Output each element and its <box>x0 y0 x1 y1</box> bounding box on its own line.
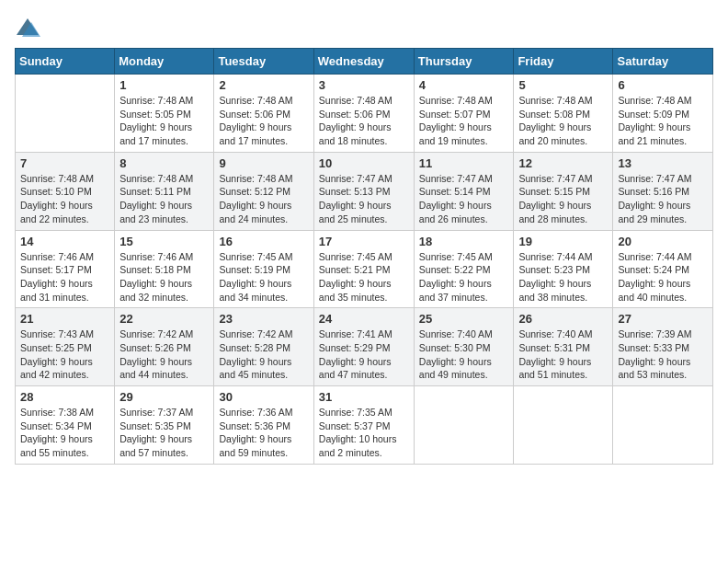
day-info: Sunrise: 7:45 AM Sunset: 5:21 PM Dayligh… <box>319 250 409 304</box>
day-number: 7 <box>20 156 109 170</box>
weekday-header: SundayMondayTuesdayWednesdayThursdayFrid… <box>16 49 713 75</box>
day-number: 18 <box>419 235 509 248</box>
calendar-cell <box>514 386 613 465</box>
day-number: 14 <box>20 235 109 248</box>
day-info: Sunrise: 7:42 AM Sunset: 5:26 PM Dayligh… <box>119 327 209 382</box>
calendar-cell <box>613 386 713 465</box>
calendar-table: SundayMondayTuesdayWednesdayThursdayFrid… <box>15 48 713 465</box>
day-info: Sunrise: 7:43 AM Sunset: 5:25 PM Dayligh… <box>20 327 109 382</box>
day-number: 12 <box>518 156 608 170</box>
day-number: 21 <box>20 312 109 326</box>
calendar-week-row: 21Sunrise: 7:43 AM Sunset: 5:25 PM Dayli… <box>16 308 713 386</box>
calendar-cell: 21Sunrise: 7:43 AM Sunset: 5:25 PM Dayli… <box>16 308 115 386</box>
day-number: 29 <box>119 390 209 404</box>
day-info: Sunrise: 7:48 AM Sunset: 5:07 PM Dayligh… <box>419 94 509 148</box>
calendar-cell: 11Sunrise: 7:47 AM Sunset: 5:14 PM Dayli… <box>414 152 514 230</box>
calendar-cell: 5Sunrise: 7:48 AM Sunset: 5:08 PM Daylig… <box>514 75 613 153</box>
day-number: 11 <box>419 156 509 170</box>
day-info: Sunrise: 7:44 AM Sunset: 5:24 PM Dayligh… <box>618 250 708 304</box>
day-number: 3 <box>319 78 409 92</box>
calendar-cell: 22Sunrise: 7:42 AM Sunset: 5:26 PM Dayli… <box>115 308 214 386</box>
day-info: Sunrise: 7:48 AM Sunset: 5:09 PM Dayligh… <box>618 94 708 148</box>
day-number: 15 <box>119 235 209 248</box>
day-number: 13 <box>618 156 708 170</box>
day-info: Sunrise: 7:45 AM Sunset: 5:22 PM Dayligh… <box>419 250 509 304</box>
day-info: Sunrise: 7:35 AM Sunset: 5:37 PM Dayligh… <box>319 406 409 460</box>
calendar-cell: 6Sunrise: 7:48 AM Sunset: 5:09 PM Daylig… <box>613 75 713 153</box>
day-info: Sunrise: 7:48 AM Sunset: 5:06 PM Dayligh… <box>319 94 409 148</box>
day-info: Sunrise: 7:37 AM Sunset: 5:35 PM Dayligh… <box>119 406 209 460</box>
day-number: 31 <box>319 390 409 404</box>
weekday-cell: Tuesday <box>214 49 313 75</box>
calendar-cell: 29Sunrise: 7:37 AM Sunset: 5:35 PM Dayli… <box>115 386 214 465</box>
day-info: Sunrise: 7:47 AM Sunset: 5:14 PM Dayligh… <box>419 172 509 226</box>
weekday-cell: Sunday <box>16 49 115 75</box>
day-number: 27 <box>618 312 708 326</box>
calendar-week-row: 1Sunrise: 7:48 AM Sunset: 5:05 PM Daylig… <box>16 75 713 153</box>
day-number: 30 <box>219 390 308 404</box>
day-number: 4 <box>419 78 509 92</box>
calendar-week-row: 28Sunrise: 7:38 AM Sunset: 5:34 PM Dayli… <box>16 386 713 465</box>
day-number: 22 <box>119 312 209 326</box>
day-info: Sunrise: 7:45 AM Sunset: 5:19 PM Dayligh… <box>219 250 308 304</box>
day-info: Sunrise: 7:42 AM Sunset: 5:28 PM Dayligh… <box>219 327 308 382</box>
day-number: 8 <box>119 156 209 170</box>
day-info: Sunrise: 7:47 AM Sunset: 5:13 PM Dayligh… <box>319 172 409 226</box>
calendar-cell: 23Sunrise: 7:42 AM Sunset: 5:28 PM Dayli… <box>214 308 313 386</box>
calendar-cell: 9Sunrise: 7:48 AM Sunset: 5:12 PM Daylig… <box>214 152 313 230</box>
calendar-cell: 15Sunrise: 7:46 AM Sunset: 5:18 PM Dayli… <box>115 230 214 308</box>
page-header <box>15 15 713 40</box>
day-number: 6 <box>618 78 708 92</box>
calendar-cell: 26Sunrise: 7:40 AM Sunset: 5:31 PM Dayli… <box>514 308 613 386</box>
calendar-cell: 18Sunrise: 7:45 AM Sunset: 5:22 PM Dayli… <box>414 230 514 308</box>
calendar-cell: 10Sunrise: 7:47 AM Sunset: 5:13 PM Dayli… <box>313 152 414 230</box>
day-info: Sunrise: 7:40 AM Sunset: 5:30 PM Dayligh… <box>419 327 509 382</box>
calendar-cell: 1Sunrise: 7:48 AM Sunset: 5:05 PM Daylig… <box>115 75 214 153</box>
calendar-body: 1Sunrise: 7:48 AM Sunset: 5:05 PM Daylig… <box>16 75 713 465</box>
day-info: Sunrise: 7:46 AM Sunset: 5:18 PM Dayligh… <box>119 250 209 304</box>
weekday-cell: Thursday <box>414 49 514 75</box>
calendar-cell: 17Sunrise: 7:45 AM Sunset: 5:21 PM Dayli… <box>313 230 414 308</box>
calendar-cell: 16Sunrise: 7:45 AM Sunset: 5:19 PM Dayli… <box>214 230 313 308</box>
calendar-cell: 30Sunrise: 7:36 AM Sunset: 5:36 PM Dayli… <box>214 386 313 465</box>
calendar-cell: 14Sunrise: 7:46 AM Sunset: 5:17 PM Dayli… <box>16 230 115 308</box>
day-info: Sunrise: 7:36 AM Sunset: 5:36 PM Dayligh… <box>219 406 308 460</box>
day-number: 19 <box>518 235 608 248</box>
calendar-cell: 28Sunrise: 7:38 AM Sunset: 5:34 PM Dayli… <box>16 386 115 465</box>
day-info: Sunrise: 7:47 AM Sunset: 5:15 PM Dayligh… <box>518 172 608 226</box>
day-info: Sunrise: 7:48 AM Sunset: 5:11 PM Dayligh… <box>119 172 209 226</box>
logo <box>15 15 44 40</box>
calendar-cell: 31Sunrise: 7:35 AM Sunset: 5:37 PM Dayli… <box>313 386 414 465</box>
calendar-cell: 25Sunrise: 7:40 AM Sunset: 5:30 PM Dayli… <box>414 308 514 386</box>
day-number: 23 <box>219 312 308 326</box>
day-number: 24 <box>319 312 409 326</box>
calendar-cell: 12Sunrise: 7:47 AM Sunset: 5:15 PM Dayli… <box>514 152 613 230</box>
day-info: Sunrise: 7:40 AM Sunset: 5:31 PM Dayligh… <box>518 327 608 382</box>
calendar-cell: 24Sunrise: 7:41 AM Sunset: 5:29 PM Dayli… <box>313 308 414 386</box>
day-number: 26 <box>518 312 608 326</box>
weekday-cell: Friday <box>514 49 613 75</box>
calendar-week-row: 7Sunrise: 7:48 AM Sunset: 5:10 PM Daylig… <box>16 152 713 230</box>
calendar-cell: 19Sunrise: 7:44 AM Sunset: 5:23 PM Dayli… <box>514 230 613 308</box>
day-number: 10 <box>319 156 409 170</box>
day-info: Sunrise: 7:48 AM Sunset: 5:05 PM Dayligh… <box>119 94 209 148</box>
day-number: 5 <box>518 78 608 92</box>
day-info: Sunrise: 7:44 AM Sunset: 5:23 PM Dayligh… <box>518 250 608 304</box>
day-number: 17 <box>319 235 409 248</box>
day-number: 9 <box>219 156 308 170</box>
calendar-cell: 2Sunrise: 7:48 AM Sunset: 5:06 PM Daylig… <box>214 75 313 153</box>
calendar-cell <box>16 75 115 153</box>
day-info: Sunrise: 7:38 AM Sunset: 5:34 PM Dayligh… <box>20 406 109 460</box>
day-info: Sunrise: 7:46 AM Sunset: 5:17 PM Dayligh… <box>20 250 109 304</box>
weekday-cell: Wednesday <box>313 49 414 75</box>
day-number: 20 <box>618 235 708 248</box>
day-info: Sunrise: 7:39 AM Sunset: 5:33 PM Dayligh… <box>618 327 708 382</box>
calendar-cell: 13Sunrise: 7:47 AM Sunset: 5:16 PM Dayli… <box>613 152 713 230</box>
calendar-cell: 8Sunrise: 7:48 AM Sunset: 5:11 PM Daylig… <box>115 152 214 230</box>
calendar-cell: 3Sunrise: 7:48 AM Sunset: 5:06 PM Daylig… <box>313 75 414 153</box>
calendar-cell: 4Sunrise: 7:48 AM Sunset: 5:07 PM Daylig… <box>414 75 514 153</box>
day-info: Sunrise: 7:48 AM Sunset: 5:12 PM Dayligh… <box>219 172 308 226</box>
calendar-cell: 27Sunrise: 7:39 AM Sunset: 5:33 PM Dayli… <box>613 308 713 386</box>
day-info: Sunrise: 7:48 AM Sunset: 5:10 PM Dayligh… <box>20 172 109 226</box>
day-number: 1 <box>119 78 209 92</box>
